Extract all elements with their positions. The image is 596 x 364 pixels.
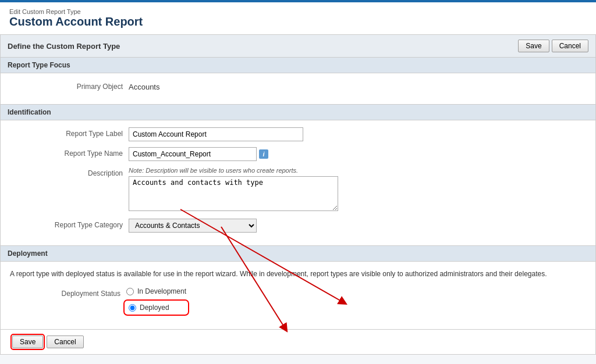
top-cancel-button[interactable]: Cancel (552, 40, 588, 52)
description-textarea[interactable] (129, 176, 338, 211)
define-section-header: Define the Custom Report Type Save Cance… (0, 35, 596, 58)
deployment-options: In Development Deployed (126, 287, 186, 316)
top-save-button[interactable]: Save (518, 40, 549, 52)
description-row: Description Note: Description will be vi… (12, 167, 584, 213)
deployed-row: Deployed (126, 302, 186, 313)
deployment-status-row: Deployment Status In Development Deploye… (10, 287, 586, 316)
page-title: Custom Account Report (9, 15, 587, 28)
identification-section: Identification Report Type Label Report … (0, 105, 596, 246)
report-type-name-input[interactable] (129, 147, 257, 161)
page-wrapper: Edit Custom Report Type Custom Account R… (0, 0, 596, 364)
description-label: Description (12, 167, 129, 177)
report-type-name-label: Report Type Name (12, 147, 129, 158)
deployed-radio[interactable] (129, 304, 136, 312)
report-type-focus-section: Report Type Focus Primary Object Account… (0, 58, 596, 105)
bottom-save-button[interactable]: Save (12, 336, 43, 348)
report-type-category-row: Report Type Category Accounts & Contacts… (12, 219, 584, 233)
in-development-row: In Development (126, 287, 186, 295)
in-development-label: In Development (137, 287, 186, 295)
description-note: Note: Description will be visible to use… (129, 167, 338, 174)
deployed-label: Deployed (140, 304, 169, 312)
define-btn-group: Save Cancel (518, 40, 588, 52)
in-development-radio[interactable] (126, 288, 134, 295)
primary-object-value: Accounts (129, 80, 159, 91)
report-type-label-label: Report Type Label (12, 127, 129, 138)
report-type-label-input[interactable] (129, 127, 303, 141)
content-area: Define the Custom Report Type Save Cance… (0, 35, 596, 355)
identification-header: Identification (1, 105, 595, 120)
deployment-body: A report type with deployed status is av… (1, 262, 595, 329)
report-type-name-field-group: i (129, 147, 268, 161)
primary-object-row: Primary Object Accounts (12, 80, 584, 91)
edit-label: Edit Custom Report Type (9, 8, 587, 15)
define-section-title: Define the Custom Report Type (8, 42, 120, 51)
report-type-category-select[interactable]: Accounts & Contacts Activities Campaigns… (129, 219, 257, 233)
report-type-focus-header: Report Type Focus (1, 58, 595, 73)
identification-body: Report Type Label Report Type Name i Des… (1, 120, 595, 245)
page-header: Edit Custom Report Type Custom Account R… (0, 2, 596, 35)
report-type-category-label: Report Type Category (12, 219, 129, 229)
deployment-section: Deployment A report type with deployed s… (0, 246, 596, 330)
bottom-actions: Save Cancel (0, 330, 596, 355)
info-icon[interactable]: i (259, 149, 268, 159)
report-type-focus-body: Primary Object Accounts (1, 73, 595, 104)
description-field-group: Note: Description will be visible to use… (129, 167, 338, 213)
primary-object-label: Primary Object (12, 80, 129, 91)
bottom-cancel-button[interactable]: Cancel (47, 336, 83, 348)
deployment-description: A report type with deployed status is av… (10, 269, 586, 279)
report-type-label-row: Report Type Label (12, 127, 584, 141)
deployment-status-label: Deployment Status (10, 287, 126, 298)
report-type-name-row: Report Type Name i (12, 147, 584, 161)
deployment-section-header: Deployment (1, 246, 595, 262)
